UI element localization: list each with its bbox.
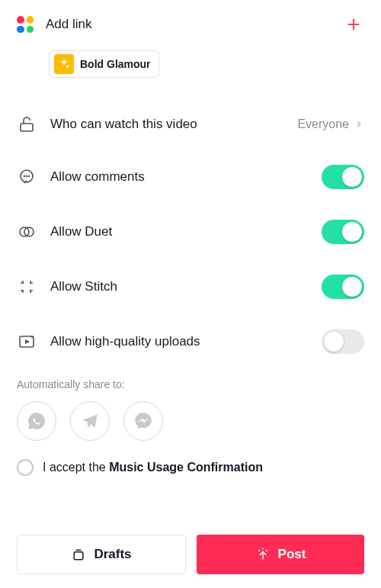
duet-icon <box>17 222 37 242</box>
unlock-icon <box>17 114 37 134</box>
svg-point-5 <box>27 176 27 177</box>
stitch-label: Allow Stitch <box>50 279 117 294</box>
stitch-row: Allow Stitch <box>17 259 364 314</box>
music-confirmation-radio[interactable] <box>17 459 34 476</box>
telegram-icon <box>80 411 100 431</box>
whatsapp-icon <box>27 411 46 431</box>
share-telegram-button[interactable] <box>70 401 110 441</box>
svg-rect-11 <box>75 552 84 560</box>
duet-label: Allow Duet <box>50 224 112 239</box>
svg-line-14 <box>266 550 267 551</box>
svg-marker-10 <box>25 339 30 344</box>
comment-icon <box>17 167 37 187</box>
auto-share-label: Automatically share to: <box>17 378 364 390</box>
svg-line-13 <box>258 550 260 551</box>
plus-icon <box>345 16 362 33</box>
music-confirmation-bold: Music Usage Confirmation <box>109 461 263 474</box>
effect-chip-bold-glamour[interactable]: Bold Glamour <box>49 50 159 78</box>
music-confirmation-prefix: I accept the <box>43 461 109 474</box>
hq-upload-label: Allow high-quality uploads <box>50 334 200 349</box>
add-link-label[interactable]: Add link <box>46 17 91 32</box>
hq-upload-toggle[interactable] <box>322 329 364 354</box>
drafts-button[interactable]: Drafts <box>17 535 186 574</box>
app-logo-icon <box>17 16 34 33</box>
effect-sparkle-icon <box>54 54 74 74</box>
post-button[interactable]: Post <box>197 535 364 574</box>
stitch-icon <box>17 277 37 297</box>
chevron-right-icon <box>354 119 364 130</box>
svg-rect-2 <box>21 124 33 131</box>
add-link-plus-button[interactable] <box>343 14 364 35</box>
duet-row: Allow Duet <box>17 204 364 259</box>
music-confirmation-text[interactable]: I accept the Music Usage Confirmation <box>43 461 263 474</box>
audience-label: Who can watch this video <box>50 117 197 132</box>
drafts-button-label: Drafts <box>94 547 131 562</box>
post-upload-icon <box>255 547 271 562</box>
duet-toggle[interactable] <box>322 220 364 244</box>
share-whatsapp-button[interactable] <box>17 401 56 441</box>
post-button-label: Post <box>278 547 306 562</box>
hq-upload-row: Allow high-quality uploads <box>17 314 364 369</box>
comments-label: Allow comments <box>50 169 145 185</box>
audience-value: Everyone <box>297 117 349 131</box>
stitch-toggle[interactable] <box>322 275 364 299</box>
hq-upload-icon <box>17 332 37 352</box>
comments-row: Allow comments <box>17 149 364 204</box>
messenger-icon <box>133 411 153 431</box>
share-messenger-button[interactable] <box>123 401 163 441</box>
svg-point-6 <box>29 176 30 177</box>
svg-point-4 <box>24 176 25 177</box>
drafts-icon <box>71 547 86 562</box>
effect-chip-label: Bold Glamour <box>80 58 151 70</box>
comments-toggle[interactable] <box>322 165 364 189</box>
audience-row[interactable]: Who can watch this video Everyone <box>17 99 364 149</box>
